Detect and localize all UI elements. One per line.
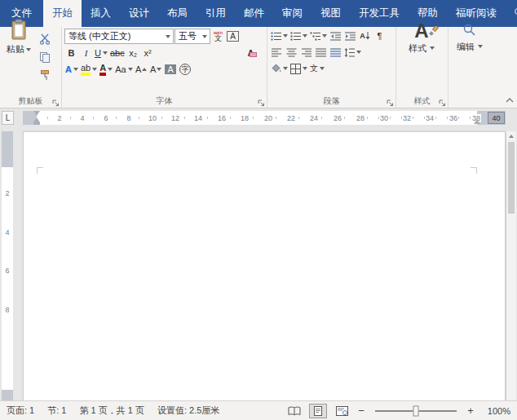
font-color-button[interactable]: A (99, 62, 113, 77)
align-center-button[interactable] (285, 45, 298, 60)
vertical-scrollbar[interactable] (506, 131, 516, 400)
font-family-select[interactable]: 等线 (中文正文) (64, 29, 174, 44)
character-border-button[interactable]: A (226, 29, 240, 44)
bullet-list-button[interactable] (270, 29, 289, 43)
ruler-number: 14 (193, 114, 203, 122)
justify-button[interactable] (314, 45, 328, 60)
tab-review[interactable]: 审阅 (273, 0, 312, 27)
ruler-right-margin-marker[interactable]: 40 (488, 112, 505, 124)
show-marks-button[interactable]: ¶ (373, 29, 387, 43)
font-dialog-launcher[interactable] (258, 99, 265, 106)
asian-layout-button[interactable]: 文 (309, 61, 325, 76)
status-margin-setting[interactable]: 设置值: 2.5厘米 (157, 405, 219, 417)
strikethrough-button[interactable]: abc (109, 46, 126, 60)
change-case-button[interactable]: Aa (114, 62, 133, 77)
ruler-number: 12 (170, 114, 180, 122)
zoom-in-button[interactable]: + (466, 405, 475, 417)
tab-design[interactable]: 设计 (120, 0, 158, 27)
clear-formatting-button[interactable]: A (244, 46, 258, 60)
ruler-number: 22 (286, 114, 296, 122)
font-size-select[interactable]: 五号 (175, 29, 210, 44)
shrink-font-button[interactable]: A (149, 62, 163, 77)
editing-button[interactable]: 编辑 (451, 29, 488, 43)
bold-button[interactable]: B (64, 46, 78, 60)
vertical-ruler[interactable]: 2 4 6 8 (2, 131, 13, 400)
paste-button[interactable]: 粘贴 (2, 29, 35, 43)
text-effects-button[interactable]: A (64, 62, 79, 77)
paragraph-dialog-launcher[interactable] (387, 99, 394, 106)
ruler-number: 28 (356, 114, 365, 122)
numbered-list-icon (290, 32, 301, 41)
phonetic-guide-button[interactable]: wén 文 (211, 29, 225, 44)
tab-insert[interactable]: 插入 (82, 0, 120, 27)
first-line-indent-marker[interactable] (33, 111, 40, 116)
tab-home[interactable]: 开始 (43, 0, 82, 27)
ruler-number: 18 (240, 114, 250, 122)
clipboard-dialog-launcher[interactable] (52, 99, 60, 106)
line-spacing-button[interactable] (343, 45, 362, 60)
collapse-ribbon-button[interactable] (506, 95, 514, 105)
tab-references[interactable]: 引用 (197, 0, 235, 27)
shading-button[interactable] (270, 61, 289, 76)
ruler-number: 24 (309, 114, 319, 122)
styles-dialog-launcher[interactable] (439, 99, 446, 106)
zoom-slider-thumb[interactable] (413, 405, 419, 416)
multilevel-list-button[interactable] (309, 29, 328, 43)
tab-stop-selector[interactable]: L (2, 111, 14, 125)
distribute-button[interactable] (329, 45, 342, 60)
web-layout-button[interactable] (333, 404, 351, 418)
ruler-number: 20 (263, 114, 273, 122)
scrollbar-thumb[interactable] (508, 142, 515, 214)
scroll-up-button[interactable] (506, 131, 516, 141)
tab-mailings[interactable]: 邮件 (235, 0, 273, 27)
format-painter-button[interactable] (38, 68, 51, 82)
underline-button[interactable]: U (94, 46, 108, 60)
sort-button[interactable]: A (358, 29, 372, 43)
horizontal-ruler[interactable]: 2 4 6 8 10 12 14 16 18 20 22 24 26 28 30… (23, 111, 506, 125)
zoom-out-button[interactable]: − (356, 405, 366, 417)
tab-layout[interactable]: 布局 (158, 0, 197, 27)
status-page-count[interactable]: 页面: 1 (7, 405, 34, 417)
clipboard-icon (10, 19, 28, 42)
zoom-level[interactable]: 100% (481, 406, 510, 416)
search-icon (514, 7, 517, 20)
decrease-indent-button[interactable] (329, 29, 342, 43)
enclose-characters-button[interactable]: 字 (179, 62, 192, 77)
document-page[interactable] (23, 131, 506, 400)
tab-developer[interactable]: 开发工具 (350, 0, 409, 27)
print-layout-button[interactable] (309, 404, 327, 418)
chevron-down-icon (303, 67, 307, 70)
read-mode-button[interactable] (285, 404, 303, 418)
chevron-down-icon (430, 46, 435, 50)
zoom-slider[interactable] (375, 410, 457, 412)
distribute-icon (330, 48, 341, 57)
increase-indent-icon (345, 32, 356, 41)
cut-button[interactable] (38, 32, 51, 46)
book-icon (288, 406, 301, 416)
align-right-button[interactable] (299, 45, 313, 60)
subscript-button[interactable]: x₂ (126, 46, 140, 60)
highlight-color-button[interactable]: ab (80, 62, 98, 77)
status-section[interactable]: 节: 1 (47, 405, 66, 417)
chevron-down-icon (283, 67, 288, 70)
superscript-button[interactable]: x² (141, 46, 155, 60)
chevron-down-icon (162, 29, 173, 43)
chevron-down-icon (103, 51, 108, 55)
borders-button[interactable] (289, 61, 308, 76)
character-shading-button[interactable]: A (164, 62, 178, 77)
ruler-number: 8 (5, 306, 9, 314)
grow-font-button[interactable]: A (135, 62, 148, 77)
tab-view[interactable]: 视图 (312, 0, 350, 27)
copy-button[interactable] (38, 50, 51, 64)
text-boundary-mark (37, 167, 43, 174)
styles-button[interactable]: A 样式 (399, 29, 444, 43)
right-indent-marker[interactable] (474, 119, 480, 124)
ruler-number: 30 (379, 114, 389, 122)
numbered-list-button[interactable] (289, 29, 308, 43)
italic-button[interactable]: I (79, 46, 93, 60)
status-page-of[interactable]: 第 1 页，共 1 页 (79, 405, 144, 417)
tell-me-box[interactable]: 告诉我 (506, 0, 517, 27)
increase-indent-button[interactable] (343, 29, 357, 43)
left-indent-marker[interactable] (33, 122, 40, 125)
align-left-button[interactable] (270, 45, 284, 60)
